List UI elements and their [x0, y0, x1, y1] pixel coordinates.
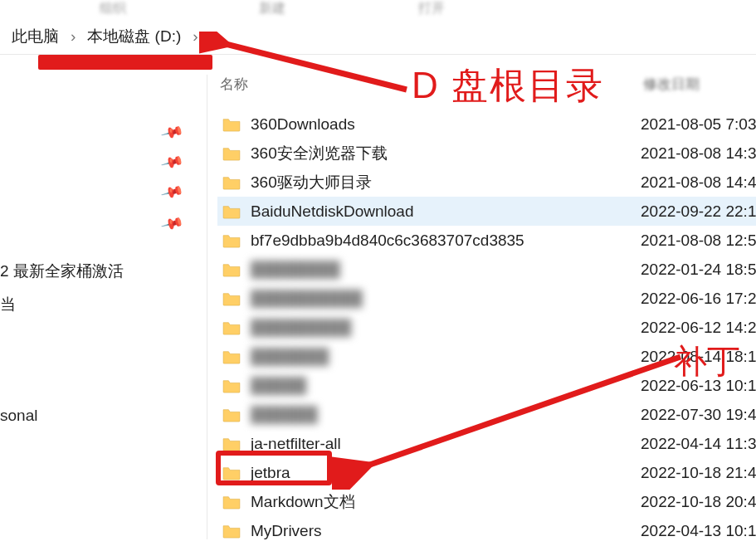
file-list[interactable]: 360Downloads2021-08-05 7:03360安全浏览器下载202…: [217, 110, 756, 545]
file-name: ███████: [251, 348, 641, 366]
folder-icon: [222, 466, 241, 480]
file-date: 2022-01-24 18:5: [641, 261, 756, 279]
file-name: MyDrivers: [251, 522, 641, 540]
table-row[interactable]: █████████2022-06-12 14:2: [217, 313, 756, 342]
folder-icon: [222, 436, 241, 451]
file-name: █████: [251, 377, 641, 395]
file-date: 2022-10-18 21:4: [641, 464, 756, 482]
sidebar-item[interactable]: 2 最新全家桶激活: [0, 261, 124, 282]
file-date: 2022-09-22 22:1: [641, 202, 756, 221]
table-row[interactable]: ██████2022-07-30 19:4: [217, 400, 756, 429]
table-row[interactable]: 360安全浏览器下载2021-08-08 14:3: [217, 139, 756, 168]
pin-icon: 📌: [160, 211, 185, 236]
file-name: BaiduNetdiskDownload: [251, 202, 641, 221]
table-row[interactable]: 360驱动大师目录2021-08-08 14:4: [217, 168, 756, 197]
file-date: 2022-04-14 11:3: [641, 435, 756, 453]
ribbon-group-open[interactable]: 打开: [418, 0, 445, 18]
folder-icon: [222, 320, 241, 335]
file-date: 2021-08-08 14:3: [641, 144, 756, 163]
folder-icon: [222, 378, 241, 393]
table-row[interactable]: █████2022-06-13 10:1: [217, 371, 756, 400]
folder-icon: [222, 407, 241, 422]
file-name: 360安全浏览器下载: [251, 143, 641, 164]
sidebar-item[interactable]: sonal: [0, 407, 37, 425]
file-date: 2021-08-08 12:5: [641, 232, 756, 250]
quick-access: 📌 📌 📌 📌: [0, 75, 207, 241]
file-name: jetbra: [251, 464, 641, 482]
chevron-right-icon: ›: [66, 27, 80, 46]
file-date: 2022-04-13 10:1: [641, 522, 756, 540]
table-row[interactable]: 360Downloads2021-08-05 7:03: [217, 110, 756, 139]
table-row[interactable]: BaiduNetdiskDownload2022-09-22 22:1: [217, 197, 756, 226]
folder-icon: [222, 117, 241, 132]
file-name: ja-netfilter-all: [251, 435, 641, 453]
ribbon-group-new[interactable]: 新建: [259, 0, 285, 18]
breadcrumb-drive-d[interactable]: 本地磁盘 (D:): [80, 22, 188, 51]
folder-icon: [222, 233, 241, 248]
navigation-pane[interactable]: 📌 📌 📌 📌 2 最新全家桶激活 当 sonal: [0, 75, 207, 539]
table-row[interactable]: ████████2022-01-24 18:5: [217, 255, 756, 284]
file-name: ██████████: [251, 290, 641, 308]
table-row[interactable]: ja-netfilter-all2022-04-14 11:3: [217, 429, 756, 458]
table-row[interactable]: bf7e9dbba9b4d840c6c3683707cd38352021-08-…: [217, 226, 756, 255]
file-date: 2022-08-14 18:1: [641, 348, 756, 366]
file-name: bf7e9dbba9b4d840c6c3683707cd3835: [251, 232, 641, 250]
sidebar-item[interactable]: 当: [0, 294, 16, 315]
file-name: ████████: [251, 261, 641, 279]
file-name: 360Downloads: [251, 115, 641, 134]
pin-icon: 📌: [160, 119, 185, 144]
folder-icon: [222, 495, 241, 510]
chevron-right-icon: ›: [188, 27, 202, 46]
file-name: Markdown文档: [251, 491, 641, 513]
file-date: 2022-06-12 14:2: [641, 319, 756, 337]
folder-icon: [222, 524, 241, 539]
folder-icon: [222, 262, 241, 277]
table-row[interactable]: ██████████2022-06-16 17:2: [217, 284, 756, 313]
column-header-name[interactable]: 名称: [220, 75, 643, 94]
folder-icon: [222, 349, 241, 364]
file-name: 360驱动大师目录: [251, 172, 641, 193]
annotation-redaction-bar: [38, 55, 212, 70]
folder-icon: [222, 291, 241, 306]
pin-icon: 📌: [160, 149, 185, 174]
ribbon-group-organize[interactable]: 组织: [100, 0, 126, 18]
ribbon-bar: 组织 新建 打开: [0, 0, 756, 18]
table-row[interactable]: Markdown文档2022-10-18 20:4: [217, 487, 756, 516]
column-header-date[interactable]: 修改日期: [643, 75, 751, 94]
file-date: 2022-10-18 20:4: [641, 493, 756, 511]
table-row[interactable]: jetbra2022-10-18 21:4: [217, 458, 756, 487]
file-date: 2021-08-05 7:03: [641, 115, 756, 134]
file-name: ██████: [251, 406, 641, 424]
table-row[interactable]: ███████2022-08-14 18:1: [217, 342, 756, 371]
file-name: █████████: [251, 319, 641, 337]
pin-icon: 📌: [160, 179, 185, 204]
file-date: 2021-08-08 14:4: [641, 173, 756, 192]
breadcrumb-this-pc[interactable]: 此电脑: [5, 22, 66, 51]
file-date: 2022-07-30 19:4: [641, 406, 756, 424]
breadcrumb[interactable]: 此电脑 › 本地磁盘 (D:) ›: [0, 18, 756, 55]
file-date: 2022-06-13 10:1: [641, 377, 756, 395]
folder-icon: [222, 175, 241, 190]
folder-icon: [222, 146, 241, 161]
file-date: 2022-06-16 17:2: [641, 290, 756, 308]
table-row[interactable]: MyDrivers2022-04-13 10:1: [217, 516, 756, 545]
folder-icon: [222, 204, 241, 219]
column-headers[interactable]: 名称 修改日期: [220, 71, 751, 96]
